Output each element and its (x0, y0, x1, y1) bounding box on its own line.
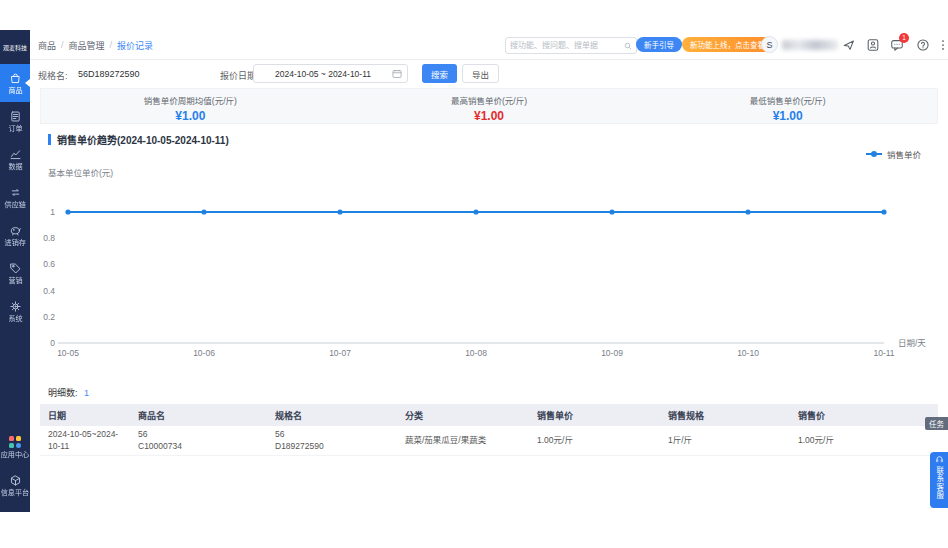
col-sale-spec: 销售规格 (660, 409, 790, 422)
sidebar-item-info-platform[interactable]: 信息平台 (0, 466, 30, 504)
sidebar-item-label: 信息平台 (1, 489, 30, 496)
app-grid-icon (9, 436, 22, 449)
contact-support-button[interactable]: 联系客服 (930, 452, 948, 508)
line-chart-icon (9, 148, 22, 161)
chart-title-row: 销售单价趋势(2024-10-05-2024-10-11) (48, 132, 229, 147)
sidebar-item-label: 应用中心 (1, 451, 30, 458)
tag-icon (9, 262, 22, 275)
stat-value: ¥1.00 (340, 109, 639, 123)
svg-text:0.6: 0.6 (43, 259, 55, 269)
sidebar-item-data[interactable]: 数据 (0, 140, 30, 178)
sidebar-item-label: 商品 (8, 87, 22, 94)
search-input[interactable] (506, 41, 624, 50)
breadcrumb-goods[interactable]: 商品 (38, 39, 56, 52)
main-content: 商品 / 商品管理 / 报价记录 新手引导 新功能上线，点击查看 S (30, 30, 948, 512)
support-label: 联系客服 (935, 466, 943, 500)
quote-date-label: 报价日期 (220, 69, 256, 82)
spec-name-label: 规格名: (38, 69, 68, 82)
more-kebab-icon[interactable] (936, 38, 948, 52)
message-badge: 1 (899, 33, 909, 43)
sidebar-item-label: 供应链 (4, 201, 25, 208)
stat-avg-price: 销售单价周期均值(元/斤) ¥1.00 (41, 89, 340, 123)
cell-date: 2024-10-05~2024-10-11 (40, 426, 130, 454)
table-row: 2024-10-05~2024-10-11 56 C10000734 56 D1… (40, 426, 938, 456)
headset-icon (935, 455, 944, 464)
svg-text:10-05: 10-05 (57, 348, 79, 358)
task-tag-button[interactable]: 任务 (925, 417, 948, 430)
details-count-row: 明细数: 1 (48, 386, 89, 399)
sidebar-item-inventory[interactable]: 进销存 (0, 216, 30, 254)
sidebar-item-system[interactable]: 系统 (0, 292, 30, 330)
sidebar-item-marketing[interactable]: 营销 (0, 254, 30, 292)
search-icon[interactable] (624, 41, 632, 51)
price-trend-chart: 00.20.40.60.8110-0510-0610-0710-0810-091… (30, 200, 948, 370)
legend-item-sale-price[interactable]: 销售单价 (866, 148, 921, 160)
svg-text:10-06: 10-06 (193, 348, 215, 358)
details-count-value: 1 (84, 388, 89, 398)
col-product: 商品名 (130, 409, 267, 422)
chart-title: 销售单价趋势(2024-10-05-2024-10-11) (57, 132, 229, 147)
topbar: 商品 / 商品管理 / 报价记录 新手引导 新功能上线，点击查看 S (30, 30, 948, 60)
sidebar: 观麦科技 商品 订单 数据 供应链 进销存 (0, 30, 30, 512)
svg-text:1: 1 (50, 207, 55, 217)
messages-icon[interactable]: 1 (890, 38, 904, 52)
col-unit-price: 销售单价 (529, 409, 660, 422)
stat-value: ¥1.00 (41, 109, 340, 123)
stat-label: 最高销售单价(元/斤) (340, 94, 639, 106)
breadcrumb: 商品 / 商品管理 / 报价记录 (38, 30, 153, 60)
date-range-value: 2024-10-05 ~ 2024-10-11 (254, 69, 392, 79)
calendar-icon[interactable] (392, 69, 402, 79)
y-axis-label: 基本单位单价(元) (48, 166, 113, 178)
cube-icon (9, 474, 22, 487)
cell-sale-price: 1.00元/斤 (790, 432, 938, 449)
sidebar-item-goods[interactable]: 商品 (0, 64, 30, 102)
screen: 观麦科技 商品 订单 数据 供应链 进销存 (0, 0, 948, 548)
spec-name-value: 56D189272590 (78, 69, 140, 79)
svg-text:10-11: 10-11 (873, 348, 894, 358)
sidebar-item-label: 订单 (8, 125, 22, 132)
col-sale-price: 销售价 (790, 409, 938, 422)
col-category: 分类 (397, 409, 529, 422)
sidebar-spacer (0, 330, 30, 428)
sidebar-item-supply-chain[interactable]: 供应链 (0, 178, 30, 216)
avatar[interactable]: S (761, 36, 778, 53)
svg-text:10-10: 10-10 (737, 348, 759, 358)
stat-value: ¥1.00 (638, 109, 937, 123)
quotes-table: 日期 商品名 规格名 分类 销售单价 销售规格 销售价 2024-10-05~2… (40, 404, 938, 456)
sidebar-item-app-center[interactable]: 应用中心 (0, 428, 30, 466)
date-range-input[interactable]: 2024-10-05 ~ 2024-10-11 (253, 64, 408, 83)
breadcrumb-goods-manage[interactable]: 商品管理 (69, 39, 105, 52)
switch-account-icon[interactable] (842, 38, 856, 52)
cell-sale-spec: 1斤/斤 (660, 432, 790, 449)
username-redacted[interactable] (782, 40, 838, 50)
new-feature-banner-button[interactable]: 新功能上线，点击查看 (682, 37, 773, 52)
newbie-guide-button[interactable]: 新手引导 (636, 37, 682, 52)
contact-icon[interactable] (866, 38, 880, 52)
legend-marker (866, 153, 882, 155)
order-icon (9, 110, 22, 123)
cell-product: 56 C10000734 (130, 426, 267, 454)
table-header-row: 日期 商品名 规格名 分类 销售单价 销售规格 销售价 (40, 404, 938, 426)
col-date: 日期 (40, 409, 130, 422)
filter-bar: 规格名: 56D189272590 报价日期 2024-10-05 ~ 2024… (30, 60, 948, 88)
sidebar-item-label: 营销 (8, 277, 22, 284)
stats-band: 销售单价周期均值(元/斤) ¥1.00 最高销售单价(元/斤) ¥1.00 最低… (40, 88, 938, 124)
breadcrumb-separator: / (110, 40, 113, 50)
global-search[interactable] (505, 37, 637, 54)
stat-max-price: 最高销售单价(元/斤) ¥1.00 (340, 89, 639, 123)
sidebar-item-label: 系统 (8, 315, 22, 322)
svg-text:10-09: 10-09 (601, 348, 623, 358)
details-count-label: 明细数: (48, 388, 78, 398)
help-icon[interactable] (916, 38, 930, 52)
exchange-arrows-icon (9, 186, 22, 199)
svg-text:0.4: 0.4 (43, 286, 55, 296)
breadcrumb-current: 报价记录 (117, 39, 153, 52)
stat-label: 销售单价周期均值(元/斤) (41, 94, 340, 106)
svg-text:0.2: 0.2 (43, 312, 55, 322)
export-button[interactable]: 导出 (462, 64, 499, 83)
sidebar-item-label: 进销存 (4, 239, 25, 246)
svg-text:0.8: 0.8 (43, 233, 55, 243)
sidebar-item-orders[interactable]: 订单 (0, 102, 30, 140)
search-button[interactable]: 搜索 (422, 64, 457, 83)
svg-text:10-08: 10-08 (465, 348, 487, 358)
